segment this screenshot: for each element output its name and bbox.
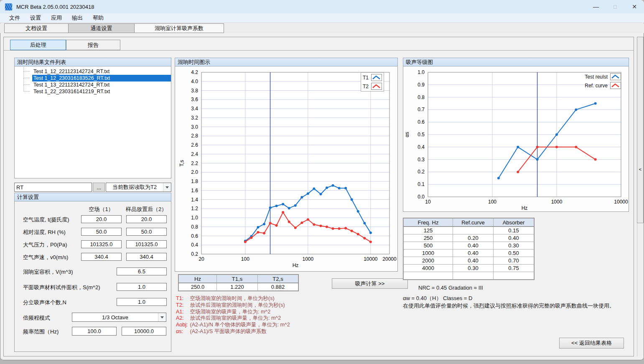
calc-value-input[interactable]	[117, 298, 167, 306]
calc-row: 相对湿度, RH (%)	[15, 228, 171, 236]
svg-text:4.0: 4.0	[191, 79, 198, 84]
freq-min-input[interactable]	[72, 327, 117, 336]
calc-value-input[interactable]	[126, 253, 167, 261]
file-name: Test 1_22_230316141219_RT.txt	[33, 89, 110, 94]
menu-item-4[interactable]: 帮助	[88, 14, 109, 22]
menu-item-1[interactable]: 设置	[25, 14, 46, 22]
nrc-result-text: NRC = 0.45 Gradation = III	[418, 285, 483, 291]
maximize-icon[interactable]: □	[606, 0, 625, 13]
svg-text:0.7: 0.7	[417, 107, 425, 112]
calc-value-input[interactable]	[117, 283, 167, 291]
browse-button[interactable]: ...	[93, 183, 105, 192]
svg-text:0.0: 0.0	[417, 194, 425, 200]
grade-table-cell: 125	[404, 227, 453, 234]
note-key: A1:	[176, 309, 188, 316]
rt-chart-title: 混响时间图示	[175, 58, 398, 66]
absorption-calc-button[interactable]: 吸声计算 >>	[332, 278, 408, 289]
grade-table-row: 40000.300.75	[404, 265, 534, 272]
return-results-button[interactable]: << 返回结果表格	[559, 338, 624, 349]
grade-table-cell: 0.40	[453, 249, 494, 257]
t1-curve-icon	[371, 74, 382, 81]
calc-row-label: 平面吸声材料试件面积，S(m^2)	[23, 284, 100, 291]
collapse-panel-strip-lower	[637, 223, 644, 356]
grade-table: Freq. Hz Ref.curve Absorber 125 0.152500…	[403, 218, 535, 280]
calc-value-input[interactable]	[117, 267, 167, 275]
grade-table-cell: 0.40	[453, 242, 494, 249]
file-list-item[interactable]: Test 1_13_221123142724_RT.txt	[15, 81, 171, 88]
svg-text:1000: 1000	[302, 256, 313, 262]
column-header-with-sample: 样品放置后（2）	[113, 206, 180, 213]
grade-table-row: 2500.200.40	[404, 234, 534, 242]
grade-table-cell: 4000	[404, 265, 453, 272]
grade-table-cell: 0.30	[494, 242, 534, 249]
menu-item-2[interactable]: 应用	[46, 14, 67, 22]
file-list-item[interactable]: Test 1_12_230316183526_RT.txt	[15, 75, 171, 81]
window-controls: — □ ✕	[586, 0, 644, 13]
grade-chart-legend: Test reulst Ref. curve	[585, 73, 621, 89]
note-key: T2:	[176, 302, 188, 309]
rt-chart-legend: T1 T2	[361, 72, 384, 92]
calc-row-label: 分立吸声体个数,N	[23, 299, 66, 306]
file-list-item[interactable]: Test 1_12_221123142724_RT.txt	[15, 68, 171, 75]
svg-text:3.2: 3.2	[191, 115, 198, 121]
calc-value-input[interactable]	[81, 240, 122, 248]
note-line: T2: 放试件后混响室的混响时间，单位为秒(s)	[176, 302, 290, 309]
minimize-icon[interactable]: —	[586, 0, 606, 13]
svg-text:0.1: 0.1	[417, 181, 425, 187]
freq-max-input[interactable]	[122, 327, 166, 336]
note-text: 空场混响室的吸声量，单位为: m^2	[188, 309, 270, 315]
chevron-down-icon	[163, 183, 171, 191]
calc-value-input[interactable]	[126, 215, 167, 223]
grade-table-cell: 0.75	[494, 265, 534, 272]
rt-chart-panel: 混响时间图示 0.20.40.60.81.01.21.41.61.82.02.2…	[175, 58, 398, 272]
calc-row: 空气温度, t(摄氏度)	[15, 215, 171, 224]
svg-text:0.6: 0.6	[417, 119, 425, 125]
data-read-mode-select[interactable]: 当前数据读取为T2	[106, 183, 171, 192]
note-key: Aobj:	[176, 322, 188, 328]
tab-channel-settings[interactable]: 通道设置	[68, 23, 135, 33]
legend-item-ref-curve: Ref. curve	[585, 82, 621, 89]
grade-table-cell	[453, 227, 494, 234]
menu-item-3[interactable]: 输出	[67, 14, 88, 22]
calc-row: 大气压力，P0(Pa)	[15, 240, 171, 249]
svg-text:2.4: 2.4	[191, 151, 198, 157]
grade-table-cell: 250	[404, 234, 453, 242]
rt-table-cell-t2: 0.882	[258, 283, 298, 291]
grade-table-cell: 0.30	[453, 265, 494, 272]
rt-table-row: 250.0 1.220 0.882	[179, 283, 298, 291]
freq-range-label: 频率范围（Hz)	[23, 328, 59, 336]
menu-bar: 文件设置应用输出帮助	[0, 13, 644, 23]
tab-document-settings[interactable]: 文档设置	[4, 23, 69, 33]
tab-report[interactable]: 报告	[66, 40, 120, 50]
calc-value-input[interactable]	[81, 215, 122, 223]
file-list-panel: 混时间结果文件列表 Test 1_12_221123142724_RT.txtT…	[14, 58, 171, 178]
grade-table-cell: 0.40	[453, 257, 494, 265]
svg-text:10000: 10000	[614, 199, 628, 205]
collapse-panel-strip: <	[637, 37, 644, 223]
close-icon[interactable]: ✕	[625, 0, 644, 13]
calc-settings-body: 空场（1） 样品放置后（2） 空气温度, t(摄氏度)相对湿度, RH (%)大…	[14, 201, 171, 352]
tab-postprocess[interactable]: 后处理	[10, 40, 66, 50]
octave-mode-select[interactable]: 1/3 Octave	[72, 313, 166, 322]
collapse-arrow-icon[interactable]: <	[639, 167, 641, 172]
svg-text:0.8: 0.8	[417, 94, 425, 100]
rt-table-cell-hz: 250.0	[179, 283, 217, 291]
calc-value-input[interactable]	[81, 253, 122, 261]
calc-value-input[interactable]	[126, 228, 167, 236]
svg-text:0.2: 0.2	[417, 169, 425, 175]
rt-table-cell-t1: 1.220	[217, 283, 258, 291]
calc-row: 分立吸声体个数,N	[15, 298, 171, 306]
calc-row-label: 混响室容积，V(m^3)	[23, 268, 73, 276]
svg-text:1000: 1000	[551, 199, 563, 205]
menu-item-0[interactable]: 文件	[4, 14, 25, 22]
titlebar: MCR Beta 2.05.0.001 20230418 — □ ✕	[0, 0, 644, 13]
rt-name-input[interactable]	[14, 183, 92, 192]
calc-value-input[interactable]	[81, 228, 122, 236]
svg-text:1.0: 1.0	[191, 215, 198, 221]
tab-reverb-absorption[interactable]: 混响室计算吸声系数	[134, 23, 224, 33]
calc-value-input[interactable]	[126, 240, 167, 248]
note-line: T1: 空场混响室的混响时间，单位为秒(s)	[176, 295, 290, 302]
file-list-item[interactable]: Test 1_22_230316141219_RT.txt	[15, 88, 171, 95]
subtab-divider	[4, 50, 634, 51]
legend-item-t2: T2	[363, 83, 382, 90]
